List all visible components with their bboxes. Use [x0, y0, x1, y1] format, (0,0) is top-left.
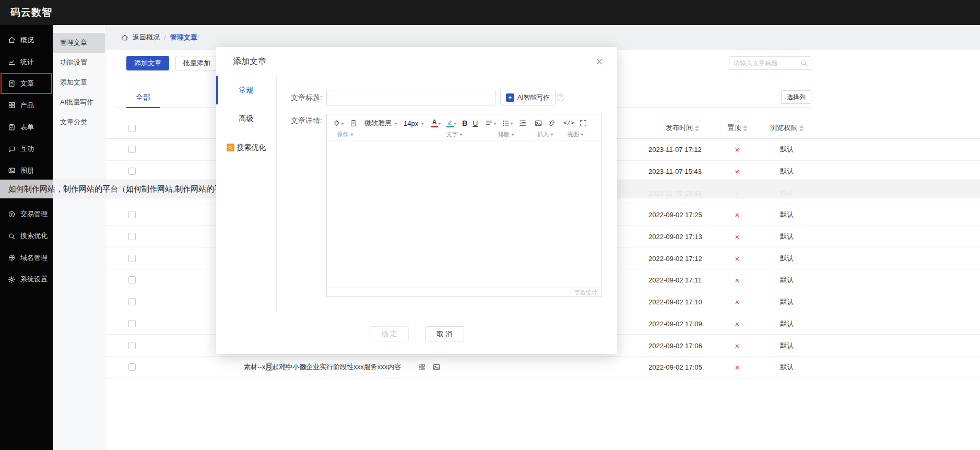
article-title-input[interactable] — [326, 90, 496, 105]
sidebar-item-image[interactable]: 图册 — [0, 160, 53, 182]
sidebar-item-seo[interactable]: 搜索优化 — [0, 225, 53, 247]
row-permission: 默认 — [769, 232, 805, 241]
row-pinned-mark[interactable]: × — [722, 168, 753, 175]
modal-tab[interactable]: 搜索优化 — [216, 133, 276, 162]
row-publish-time: 2022-09-02 17:12 — [648, 254, 716, 262]
row-publish-time: 2022-09-02 17:06 — [648, 341, 716, 349]
source-code-button[interactable]: </> — [563, 120, 574, 126]
sort-icon[interactable] — [799, 123, 804, 134]
insert-group-label[interactable]: 插入 — [537, 129, 553, 139]
sidebar-item-globe[interactable]: 域名管理 — [0, 247, 53, 269]
modal-tab[interactable]: 高级 — [216, 104, 276, 133]
operations-group-label[interactable]: 操作 — [337, 129, 353, 139]
fullscreen-icon[interactable] — [579, 119, 587, 127]
header-publish-time[interactable]: 发布时间 — [648, 123, 716, 134]
sidebar-item-gear[interactable]: 系统设置 — [0, 269, 53, 291]
modal-tab[interactable]: 常规 — [216, 76, 276, 104]
view-group-label[interactable]: 视图 — [568, 129, 584, 139]
select-all-checkbox[interactable] — [128, 125, 136, 132]
sidebar-item-form[interactable]: 表单 — [0, 116, 53, 138]
row-pinned-mark[interactable]: × — [722, 276, 753, 284]
clipboard-icon[interactable] — [349, 119, 358, 127]
app-logo: 码云数智 — [10, 0, 52, 25]
row-publish-time: 2022-09-02 17:25 — [648, 211, 716, 219]
confirm-button[interactable]: 确 定 — [370, 326, 409, 341]
row-pinned-mark[interactable]: × — [722, 146, 753, 153]
layout-group-label[interactable]: 排版 — [498, 129, 514, 139]
indent-icon[interactable] — [518, 119, 527, 127]
row-checkbox[interactable] — [128, 211, 136, 218]
close-icon[interactable] — [595, 57, 604, 66]
select-columns-button[interactable]: 选择列 — [781, 90, 811, 104]
row-checkbox[interactable] — [128, 168, 136, 175]
align-button[interactable] — [485, 119, 497, 127]
sidebar-item-trade[interactable]: 交易管理 — [0, 204, 53, 226]
row-pinned-mark[interactable]: × — [722, 233, 753, 241]
row-checkbox[interactable] — [128, 320, 136, 327]
header-pinned[interactable]: 置顶 — [722, 123, 753, 134]
ai-write-button[interactable]: AI智能写作 — [500, 90, 556, 105]
submenu-item[interactable]: 文章分类 — [53, 112, 105, 132]
row-checkbox[interactable] — [128, 276, 136, 283]
sort-icon[interactable] — [743, 123, 747, 134]
submenu-item[interactable]: 功能设置 — [53, 53, 105, 73]
sidebar-item-home[interactable]: 概况 — [0, 29, 53, 51]
insert-image-icon[interactable] — [534, 119, 542, 127]
image-icon[interactable] — [432, 363, 441, 371]
list-button[interactable] — [502, 119, 513, 127]
highlight-color-button[interactable] — [446, 119, 457, 127]
miniprogram-grid-icon[interactable] — [418, 363, 426, 371]
row-checkbox[interactable] — [128, 255, 136, 262]
editor-group-insert: 插入 — [530, 114, 560, 140]
sidebar-item-grid[interactable]: 产品 — [0, 94, 53, 116]
sidebar-item-chart[interactable]: 统计 — [0, 51, 53, 73]
sidebar-item-doc[interactable]: 文章 — [0, 73, 53, 94]
search-input[interactable] — [729, 56, 811, 70]
bold-button[interactable]: B — [462, 119, 467, 127]
editor-content-area[interactable] — [327, 140, 601, 288]
row-pinned-mark[interactable]: × — [722, 363, 753, 371]
row-pinned-mark[interactable]: × — [722, 341, 753, 349]
batch-add-button[interactable]: 批量添加 — [175, 56, 218, 70]
add-article-button[interactable]: 添加文章 — [126, 56, 169, 70]
row-checkbox[interactable] — [128, 298, 136, 305]
operations-icon[interactable] — [333, 119, 344, 127]
row-pinned-mark[interactable]: × — [722, 254, 753, 262]
sidebar-item-label: 互动 — [20, 144, 34, 153]
search-icon[interactable] — [800, 59, 808, 67]
font-family-select[interactable]: 微软雅黑 — [361, 117, 400, 129]
submenu-item[interactable]: 添加文章 — [53, 73, 105, 92]
sidebar-item-icon — [8, 145, 16, 153]
row-pinned-mark[interactable]: × — [722, 319, 753, 327]
tab-all[interactable]: 全部 — [126, 87, 160, 108]
font-size-select[interactable]: 14px — [400, 117, 427, 129]
sidebar-item-label: 系统设置 — [20, 275, 48, 284]
sidebar-item-icon — [8, 123, 16, 131]
insert-link-icon[interactable] — [548, 119, 556, 127]
sidebar-item-chat[interactable]: 互动 — [0, 138, 53, 160]
font-color-button[interactable]: A — [431, 120, 441, 127]
sidebar-menu: 概况 统计 文章 产品 表单 互动 图册 交易管理 搜索优化 域名管理 系统设置 — [0, 25, 53, 290]
row-checkbox[interactable] — [128, 342, 136, 349]
header-permission[interactable]: 浏览权限 — [769, 123, 805, 134]
row-checkbox[interactable] — [128, 146, 136, 153]
sidebar-item-icon — [8, 101, 16, 109]
row-extra-icons — [418, 363, 454, 371]
sort-icon[interactable] — [695, 123, 699, 134]
row-checkbox[interactable] — [128, 363, 136, 371]
row-pinned-mark[interactable]: × — [722, 211, 753, 219]
sidebar-item-icon — [8, 167, 16, 174]
row-pinned-mark[interactable]: × — [722, 298, 753, 306]
editor-group-operations: 操作 — [329, 114, 361, 140]
underline-button[interactable]: U — [473, 119, 478, 127]
text-group-label[interactable]: 文字 — [446, 129, 463, 139]
submenu-item[interactable]: 管理文章 — [53, 33, 105, 53]
submenu-item[interactable]: AI批量写作 — [53, 92, 105, 112]
cancel-button[interactable]: 取 消 — [425, 326, 464, 341]
sidebar-item-icon — [8, 210, 16, 218]
modal-tabs: 常规 高级 搜索优化 — [216, 76, 277, 312]
row-checkbox[interactable] — [128, 233, 136, 240]
breadcrumb-current[interactable]: 管理文章 — [170, 33, 197, 42]
breadcrumb-back-link[interactable]: 返回概况 — [133, 33, 160, 42]
help-icon[interactable]: ? — [557, 93, 564, 101]
